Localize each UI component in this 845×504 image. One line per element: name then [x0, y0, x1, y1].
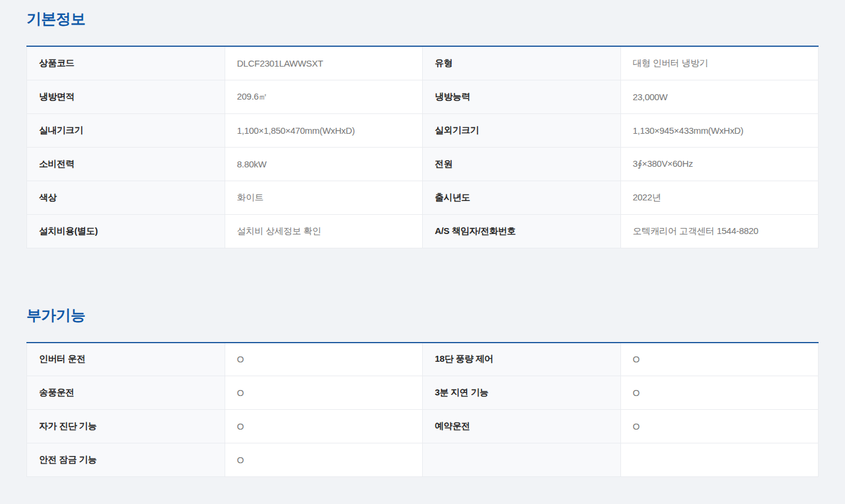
feature-value: O [620, 410, 819, 443]
spec-value: 8.80kW [225, 147, 423, 181]
feature-value: O [620, 343, 819, 376]
spec-value: 대형 인버터 냉방기 [620, 46, 819, 80]
table-row: 소비전력 8.80kW 전원 3∮×380V×60Hz [27, 147, 819, 181]
spec-label: 실내기크기 [27, 113, 225, 147]
feature-value: O [225, 410, 423, 443]
spec-value: 3∮×380V×60Hz [620, 147, 819, 181]
table-row: 송풍운전 O 3분 지연 기능 O [27, 376, 819, 410]
table-row: 상품코드 DLCF2301LAWWSXT 유형 대형 인버터 냉방기 [27, 46, 819, 80]
feature-label: 예약운전 [423, 410, 621, 443]
spec-label: 상품코드 [27, 46, 225, 80]
spec-value: 23,000W [620, 80, 819, 113]
table-row: 설치비용(별도) 설치비 상세정보 확인 A/S 책임자/전화번호 오텍캐리어 … [27, 214, 819, 248]
spec-value: 209.6㎡ [225, 80, 423, 113]
table-row: 안전 잠금 기능 O [27, 443, 819, 477]
spec-label: 냉방능력 [423, 80, 621, 113]
feature-value-empty [620, 443, 819, 477]
spec-label: 냉방면적 [27, 80, 225, 113]
feature-value: O [620, 376, 819, 410]
feature-value: O [225, 343, 423, 376]
spec-page: 기본정보 상품코드 DLCF2301LAWWSXT 유형 대형 인버터 냉방기 … [0, 0, 845, 477]
spec-value: 오텍캐리어 고객센터 1544-8820 [620, 214, 819, 248]
basic-info-table: 상품코드 DLCF2301LAWWSXT 유형 대형 인버터 냉방기 냉방면적 … [26, 46, 819, 248]
spec-label: 유형 [423, 46, 621, 80]
spec-label: A/S 책임자/전화번호 [423, 214, 621, 248]
spec-label: 실외기크기 [423, 113, 621, 147]
table-row: 자가 진단 기능 O 예약운전 O [27, 410, 819, 443]
table-row: 색상 화이트 출시년도 2022년 [27, 181, 819, 214]
feature-label: 송풍운전 [27, 376, 225, 410]
feature-value: O [225, 376, 423, 410]
table-row: 냉방면적 209.6㎡ 냉방능력 23,000W [27, 80, 819, 113]
spec-label: 설치비용(별도) [27, 214, 225, 248]
spec-value: 화이트 [225, 181, 423, 214]
spec-value: 1,100×1,850×470mm(WxHxD) [225, 113, 423, 147]
installation-cost-detail-link[interactable]: 설치비 상세정보 확인 [225, 214, 423, 248]
features-table: 인버터 운전 O 18단 풍량 제어 O 송풍운전 O 3분 지연 기능 O 자… [26, 342, 819, 478]
spec-value: 1,130×945×433mm(WxHxD) [620, 113, 819, 147]
spec-value: 2022년 [620, 181, 819, 214]
spec-label: 전원 [423, 147, 621, 181]
spec-label: 색상 [27, 181, 225, 214]
feature-label: 3분 지연 기능 [423, 376, 621, 410]
features-title: 부가기능 [26, 306, 819, 324]
feature-label: 18단 풍량 제어 [423, 343, 621, 376]
feature-label: 인버터 운전 [27, 343, 225, 376]
feature-value: O [225, 443, 423, 477]
feature-label-empty [423, 443, 621, 477]
spec-label: 출시년도 [423, 181, 621, 214]
basic-info-title: 기본정보 [26, 10, 819, 28]
spec-label: 소비전력 [27, 147, 225, 181]
spec-value: DLCF2301LAWWSXT [225, 46, 423, 80]
feature-label: 자가 진단 기능 [27, 410, 225, 443]
feature-label: 안전 잠금 기능 [27, 443, 225, 477]
table-row: 실내기크기 1,100×1,850×470mm(WxHxD) 실외기크기 1,1… [27, 113, 819, 147]
table-row: 인버터 운전 O 18단 풍량 제어 O [27, 343, 819, 376]
